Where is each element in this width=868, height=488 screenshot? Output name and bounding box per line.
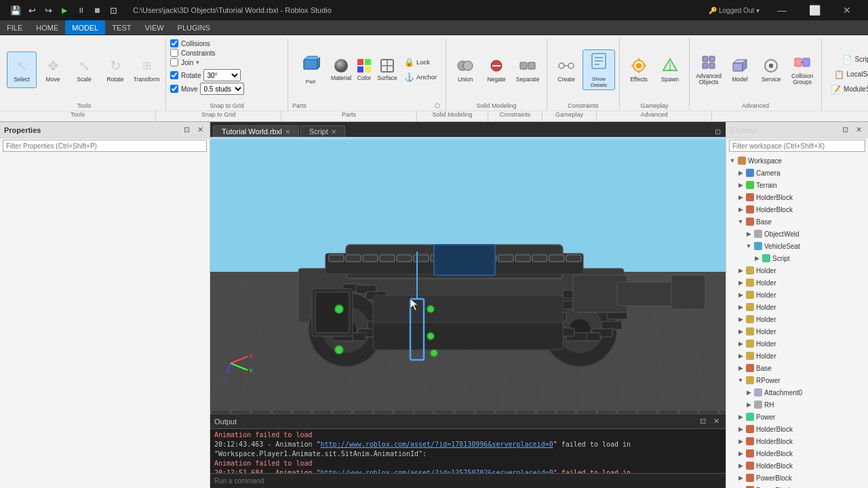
misc-btn1[interactable]: ⊡	[106, 3, 121, 18]
maximize-button[interactable]: ⬜	[799, 0, 830, 20]
tree-item-terrain[interactable]: ▶Terrain	[726, 179, 868, 191]
move-snap-checkbox[interactable]	[170, 85, 178, 93]
model-button[interactable]: Model	[725, 52, 755, 88]
part-button[interactable]: Part	[292, 49, 329, 90]
join-dropdown-icon[interactable]: ▾	[196, 59, 199, 66]
tree-expand-holder7[interactable]: ▶	[736, 339, 745, 348]
tree-expand-rh[interactable]: ▶	[744, 400, 753, 409]
script-button[interactable]: 📄 Script	[837, 53, 869, 66]
tree-item-power[interactable]: ▶Power	[726, 411, 868, 423]
tree-item-holder1[interactable]: ▶Holder	[726, 264, 868, 277]
negate-button[interactable]: Negate	[481, 52, 511, 88]
tree-expand-camera[interactable]: ▶	[736, 168, 745, 178]
tree-expand-terrain[interactable]: ▶	[736, 180, 745, 190]
tree-item-holder2[interactable]: ▶Holder	[726, 277, 868, 289]
tree-item-holder3[interactable]: ▶Holder	[726, 289, 868, 301]
menu-model[interactable]: MODEL	[65, 20, 105, 35]
tree-item-holderblock4[interactable]: ▶HolderBlock	[726, 435, 868, 447]
tree-item-holderblock3[interactable]: ▶HolderBlock	[726, 423, 868, 435]
menu-home[interactable]: HOME	[29, 20, 65, 35]
output-link-1[interactable]: http://www.roblox.com/asset/?id=17813099…	[321, 441, 553, 448]
surface-button[interactable]: Surface	[376, 49, 398, 90]
union-button[interactable]: Union	[450, 52, 480, 88]
tree-expand-rpower[interactable]: ▼	[736, 375, 745, 385]
scale-tool-button[interactable]: ⤡ Scale	[69, 52, 99, 88]
anchor-button[interactable]: ⚓ Anchor	[401, 70, 440, 84]
material-button[interactable]: Material	[330, 49, 352, 90]
viewport-canvas[interactable]: X Y Z	[210, 137, 726, 413]
color-button[interactable]: Color	[353, 49, 375, 90]
tree-expand-holderblock2[interactable]: ▶	[736, 205, 745, 214]
tree-expand-vehicleseat[interactable]: ▼	[744, 241, 753, 251]
rotate-snap-checkbox[interactable]	[170, 71, 178, 79]
tree-item-powerblock2[interactable]: ▶PowerBlock	[726, 484, 868, 488]
play-button[interactable]: ▶	[57, 3, 72, 18]
move-tool-button[interactable]: ✥ Move	[38, 52, 68, 88]
output-maximize-icon[interactable]: ⊡	[697, 416, 708, 427]
parts-expand-icon[interactable]: ⬡	[435, 102, 441, 109]
create-constraint-button[interactable]: Create	[551, 52, 581, 88]
tree-expand-holderblock6[interactable]: ▶	[736, 461, 745, 470]
tree-item-holderblock1[interactable]: ▶HolderBlock	[726, 191, 868, 203]
output-command-input[interactable]	[214, 477, 722, 485]
tree-item-holder5[interactable]: ▶Holder	[726, 313, 868, 325]
tab-tutorial-world-close[interactable]: ✕	[285, 128, 290, 136]
tree-expand-base2[interactable]: ▶	[736, 363, 745, 373]
advanced-objects-button[interactable]: AdvancedObjects	[694, 52, 724, 88]
tree-expand-holder3[interactable]: ▶	[736, 290, 745, 300]
tree-expand-powerblock2[interactable]: ▶	[736, 485, 745, 488]
lock-button[interactable]: 🔒 Lock	[401, 56, 440, 69]
tree-expand-power[interactable]: ▶	[736, 412, 745, 422]
tree-item-holder4[interactable]: ▶Holder	[726, 301, 868, 313]
tree-expand-holder1[interactable]: ▶	[736, 266, 745, 275]
menu-file[interactable]: FILE	[0, 20, 29, 35]
tree-item-objectweld[interactable]: ▶ObjectWeld	[726, 228, 868, 240]
properties-close-icon[interactable]: ✕	[195, 125, 205, 136]
tree-expand-holderblock5[interactable]: ▶	[736, 449, 745, 458]
tree-item-camera[interactable]: ▶Camera	[726, 167, 868, 179]
explorer-maximize-icon[interactable]: ⊡	[840, 125, 850, 136]
join-checkbox[interactable]	[170, 58, 178, 66]
tree-item-base[interactable]: ▼Base	[726, 216, 868, 228]
tree-expand-holder8[interactable]: ▶	[736, 351, 745, 361]
tree-item-script-vs[interactable]: ▶Script	[726, 252, 868, 264]
tree-item-holder7[interactable]: ▶Holder	[726, 338, 868, 350]
close-button[interactable]: ✕	[831, 0, 863, 20]
tree-expand-holderblock1[interactable]: ▶	[736, 192, 745, 202]
tree-item-holderblock5[interactable]: ▶HolderBlock	[726, 447, 868, 460]
viewport-maximize-icon[interactable]: ⊡	[712, 126, 723, 137]
tree-item-workspace[interactable]: ▼Workspace	[726, 155, 868, 167]
move-snap-select[interactable]: 0.5 studs1 stud2 studs	[200, 83, 244, 95]
tree-expand-powerblock[interactable]: ▶	[736, 473, 745, 483]
tree-item-attachment0[interactable]: ▶Attachment0	[726, 386, 868, 399]
local-script-button[interactable]: 📋 LocalScript	[829, 68, 868, 81]
collision-groups-button[interactable]: CollisionGroups	[787, 52, 817, 88]
minimize-button[interactable]: —	[766, 0, 797, 20]
explorer-close-icon[interactable]: ✕	[853, 125, 864, 136]
tree-item-base2[interactable]: ▶Base	[726, 362, 868, 374]
properties-filter-input[interactable]	[3, 140, 207, 152]
menu-plugins[interactable]: PLUGINS	[171, 20, 217, 35]
tree-expand-workspace[interactable]: ▼	[728, 156, 737, 165]
output-close-icon[interactable]: ✕	[711, 416, 722, 427]
tree-expand-holderblock3[interactable]: ▶	[736, 424, 745, 434]
select-tool-button[interactable]: ↖ Select	[7, 52, 37, 88]
tree-item-rpower[interactable]: ▼RPower	[726, 374, 868, 386]
collisions-checkbox[interactable]	[170, 39, 178, 47]
tree-expand-holder5[interactable]: ▶	[736, 314, 745, 324]
save-button[interactable]: 💾	[8, 3, 23, 18]
tab-script-close[interactable]: ✕	[331, 128, 336, 136]
tree-expand-holder2[interactable]: ▶	[736, 278, 745, 287]
show-details-button[interactable]: ShowDetails	[583, 49, 615, 90]
explorer-filter-input[interactable]	[729, 140, 865, 152]
stop-button[interactable]: ⏹	[90, 3, 104, 18]
module-script-button[interactable]: 📝 ModuleScript	[826, 83, 868, 96]
rotate-tool-button[interactable]: ↻ Rotate	[100, 52, 130, 88]
constraints-checkbox[interactable]	[170, 49, 178, 57]
tree-expand-holder6[interactable]: ▶	[736, 327, 745, 336]
service-button[interactable]: Service	[756, 52, 786, 88]
spawn-button[interactable]: Spawn	[655, 52, 685, 88]
rotate-snap-select[interactable]: 30°45°90°	[203, 69, 241, 81]
tree-expand-script-vs[interactable]: ▶	[752, 253, 762, 263]
tree-item-powerblock[interactable]: ▶PowerBlock	[726, 472, 868, 484]
